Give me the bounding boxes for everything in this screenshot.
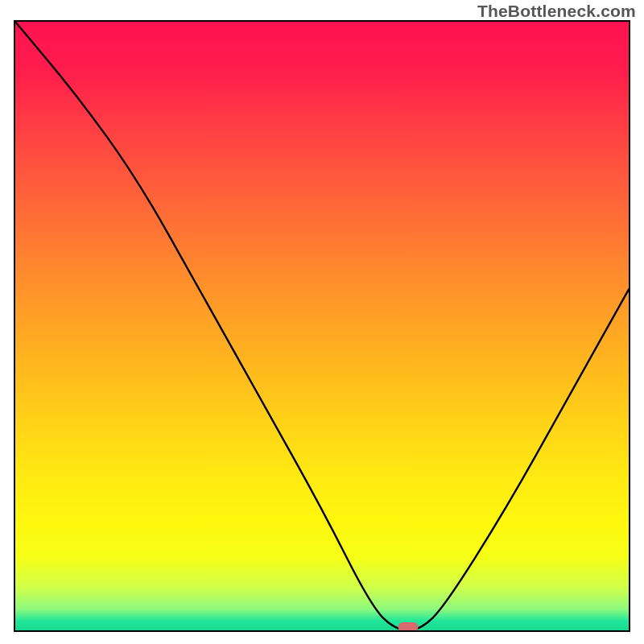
bottleneck-curve (15, 22, 629, 630)
attribution-text: TheBottleneck.com (477, 2, 636, 21)
chart-container: TheBottleneck.com (0, 0, 644, 644)
plot-area (14, 20, 630, 632)
optimal-point-marker (398, 622, 418, 632)
